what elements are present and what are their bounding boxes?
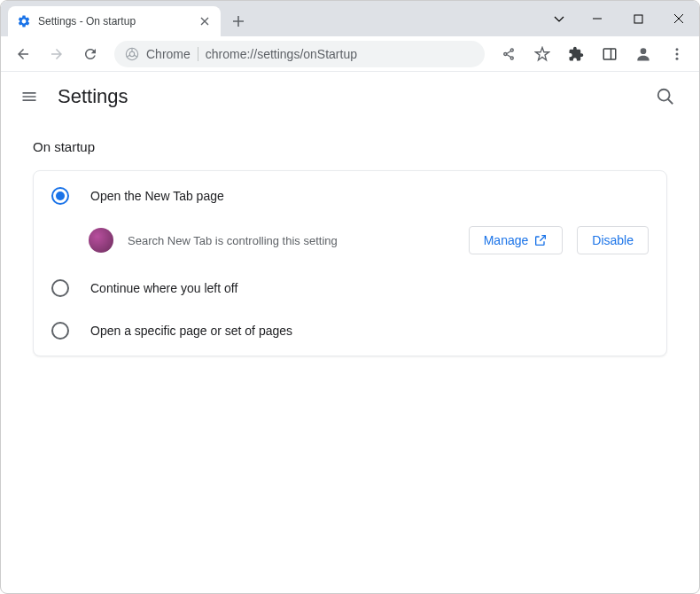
svg-point-2 bbox=[129, 51, 134, 56]
svg-point-9 bbox=[676, 48, 679, 51]
disable-button-label: Disable bbox=[592, 233, 634, 247]
radio-option-new-tab[interactable]: Open the New Tab page bbox=[34, 175, 666, 217]
close-tab-icon[interactable] bbox=[198, 14, 212, 28]
minimize-button[interactable] bbox=[577, 5, 618, 32]
radio-icon bbox=[51, 279, 69, 297]
radio-option-specific[interactable]: Open a specific page or set of pages bbox=[34, 309, 666, 352]
chrome-icon bbox=[125, 47, 139, 61]
svg-rect-0 bbox=[634, 15, 642, 23]
radio-icon bbox=[51, 322, 69, 340]
reload-button[interactable] bbox=[75, 39, 105, 69]
share-icon[interactable] bbox=[494, 39, 524, 69]
radio-option-continue[interactable]: Continue where you left off bbox=[34, 267, 666, 309]
manage-button-label: Manage bbox=[484, 233, 529, 247]
disable-button[interactable]: Disable bbox=[577, 226, 649, 254]
page-title: Settings bbox=[58, 85, 128, 108]
tab-title: Settings - On startup bbox=[38, 15, 191, 27]
svg-point-4 bbox=[510, 49, 513, 51]
external-link-icon bbox=[533, 233, 548, 247]
titlebar: Settings - On startup bbox=[1, 1, 699, 36]
svg-point-5 bbox=[510, 57, 513, 59]
radio-label: Open a specific page or set of pages bbox=[90, 324, 292, 338]
startup-card: Open the New Tab page Search New Tab is … bbox=[33, 170, 667, 356]
svg-line-13 bbox=[668, 99, 673, 105]
extension-notice-row: Search New Tab is controlling this setti… bbox=[34, 217, 666, 267]
omnibox-url: chrome://settings/onStartup bbox=[206, 47, 357, 61]
window-controls bbox=[541, 1, 699, 36]
back-button[interactable] bbox=[8, 39, 38, 69]
gear-icon bbox=[17, 14, 31, 28]
extension-notice-text: Search New Tab is controlling this setti… bbox=[128, 234, 455, 247]
svg-rect-6 bbox=[603, 49, 616, 59]
manage-button[interactable]: Manage bbox=[469, 226, 564, 254]
forward-button[interactable] bbox=[42, 39, 72, 69]
omnibox-divider bbox=[198, 47, 198, 61]
maximize-button[interactable] bbox=[618, 5, 658, 32]
svg-point-10 bbox=[676, 52, 679, 55]
chevron-down-icon[interactable] bbox=[541, 5, 577, 32]
settings-content: On startup Open the New Tab page Search … bbox=[1, 121, 699, 374]
browser-tab[interactable]: Settings - On startup bbox=[8, 6, 221, 36]
omnibox-prefix: Chrome bbox=[146, 47, 191, 61]
svg-point-11 bbox=[676, 57, 679, 59]
browser-toolbar: Chrome chrome://settings/onStartup bbox=[1, 36, 699, 72]
radio-label: Continue where you left off bbox=[90, 281, 237, 295]
kebab-menu-icon[interactable] bbox=[662, 39, 692, 69]
svg-point-8 bbox=[641, 48, 647, 54]
new-tab-button[interactable] bbox=[226, 9, 251, 34]
svg-point-12 bbox=[658, 90, 670, 101]
svg-point-3 bbox=[504, 52, 507, 55]
settings-header: Settings bbox=[1, 72, 699, 121]
radio-label: Open the New Tab page bbox=[90, 189, 224, 203]
profile-icon[interactable] bbox=[628, 39, 658, 69]
radio-icon-selected bbox=[51, 187, 69, 205]
omnibox[interactable]: Chrome chrome://settings/onStartup bbox=[114, 41, 485, 67]
extensions-icon[interactable] bbox=[561, 39, 591, 69]
search-icon[interactable] bbox=[649, 81, 681, 113]
sidepanel-icon[interactable] bbox=[595, 39, 625, 69]
bookmark-icon[interactable] bbox=[527, 39, 557, 69]
hamburger-menu-icon[interactable] bbox=[19, 86, 40, 107]
section-title: On startup bbox=[33, 139, 667, 154]
extension-app-icon bbox=[89, 228, 113, 253]
close-window-button[interactable] bbox=[658, 5, 699, 32]
